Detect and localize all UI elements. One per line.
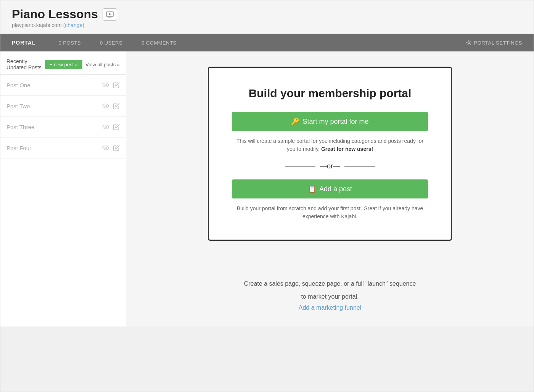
add-post-label: Add a post [319, 185, 352, 193]
post-icons [102, 82, 120, 88]
svg-point-6 [105, 105, 107, 107]
posts-panel-header: Recently Updated Posts + new post » View… [0, 51, 126, 75]
posts-count[interactable]: 0 POSTS [59, 40, 81, 46]
site-title-row: Piano Lessons [12, 7, 522, 21]
posts-panel: Recently Updated Posts + new post » View… [0, 51, 126, 326]
site-header: Piano Lessons playpiano.kajabi.com (chan… [0, 0, 534, 34]
marketing-funnel-link[interactable]: Add a marketing funnel [299, 304, 362, 311]
post-icons [102, 123, 120, 130]
eye-icon [102, 144, 109, 151]
post-icons [102, 102, 120, 109]
right-panel: Build your membership portal 🔑 Start my … [126, 51, 534, 326]
eye-icon [102, 123, 109, 130]
modal-title: Build your membership portal [232, 87, 428, 100]
build-portal-modal: Build your membership portal 🔑 Start my … [208, 67, 452, 241]
main-row: Recently Updated Posts + new post » View… [0, 51, 534, 326]
list-item[interactable]: Post Four [0, 138, 126, 158]
list-item[interactable]: Post Two [0, 96, 126, 117]
portal-settings[interactable]: PORTAL SETTINGS [466, 40, 522, 46]
svg-point-4 [468, 42, 470, 44]
svg-point-5 [105, 84, 107, 86]
list-item[interactable]: Post One [0, 75, 126, 96]
post-title: Post One [6, 82, 31, 88]
start-portal-description: This will create a sample portal for you… [232, 137, 428, 153]
new-post-button[interactable]: + new post » [45, 60, 82, 69]
change-link[interactable]: (change) [63, 22, 84, 28]
bottom-section: Create a sales page, squeeze page, or a … [126, 256, 534, 326]
recently-updated-title: Recently Updated Posts [6, 58, 45, 70]
eye-icon [102, 102, 109, 109]
start-portal-emoji: 🔑 [291, 117, 299, 126]
nav-stats: 0 POSTS 0 USERS 0 COMMENTS [59, 40, 466, 46]
start-description-bold: Great for new users! [321, 146, 373, 152]
list-item[interactable]: Post Three [0, 117, 126, 138]
svg-point-7 [105, 126, 107, 128]
post-title: Post Two [6, 103, 30, 109]
start-portal-button[interactable]: 🔑 Start my portal for me [232, 112, 428, 131]
edit-icon [113, 102, 120, 109]
post-icons [102, 144, 120, 151]
portal-settings-label: PORTAL SETTINGS [474, 40, 522, 46]
edit-icon [113, 123, 120, 130]
preview-icon [106, 11, 114, 18]
eye-icon [102, 82, 109, 88]
or-divider: —or— [232, 162, 428, 170]
modal-wrapper: Build your membership portal 🔑 Start my … [126, 51, 534, 256]
users-count[interactable]: 0 USERS [100, 40, 122, 46]
site-url: playpiano.kajabi.com (change) [12, 22, 522, 28]
start-portal-label: Start my portal for me [302, 118, 368, 126]
edit-icon [113, 144, 120, 151]
preview-button[interactable] [103, 8, 117, 21]
post-title: Post Four [6, 145, 31, 151]
nav-bar: PORTAL 0 POSTS 0 USERS 0 COMMENTS PORTAL… [0, 34, 534, 51]
edit-icon [113, 82, 120, 88]
portal-label: PORTAL [12, 40, 36, 46]
svg-point-8 [105, 147, 107, 149]
post-title: Post Three [6, 124, 34, 130]
bottom-text-line2: to market your portal. [134, 292, 526, 302]
view-all-posts-link[interactable]: View all posts » [85, 62, 120, 67]
site-name: Piano Lessons [12, 7, 98, 21]
comments-count[interactable]: 0 COMMENTS [142, 40, 177, 46]
add-post-button[interactable]: 📋 Add a post [232, 179, 428, 198]
bottom-text-line1: Create a sales page, squeeze page, or a … [134, 279, 526, 289]
app-frame: Piano Lessons playpiano.kajabi.com (chan… [0, 0, 534, 392]
posts-panel-actions: + new post » View all posts » [45, 60, 120, 69]
add-post-description: Build your portal from scratch and add y… [232, 205, 428, 221]
add-post-emoji: 📋 [308, 185, 316, 193]
svg-marker-1 [109, 13, 111, 15]
gear-icon [466, 40, 472, 46]
